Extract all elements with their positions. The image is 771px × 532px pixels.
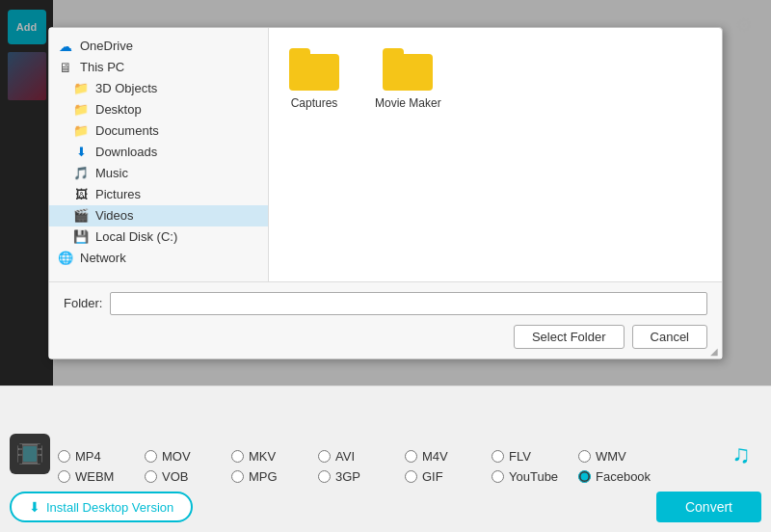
bottom-buttons: ⬇ Install Desktop Version Convert xyxy=(0,492,771,522)
tree-item-local-disk[interactable]: 💾 Local Disk (C:) xyxy=(49,226,268,248)
format-mkv[interactable]: MKV xyxy=(231,449,318,464)
format-flv[interactable]: FLV xyxy=(492,449,578,464)
radio-youtube[interactable] xyxy=(492,470,504,483)
tree-label-music: Music xyxy=(95,166,128,180)
folder-videos-icon: 🎬 xyxy=(72,208,90,224)
radio-gif[interactable] xyxy=(405,470,417,483)
svg-rect-9 xyxy=(23,446,37,462)
video-format-icon xyxy=(10,434,50,474)
radio-facebook[interactable] xyxy=(578,470,591,483)
svg-rect-2 xyxy=(38,444,41,448)
tree-item-music[interactable]: 🎵 Music xyxy=(49,163,268,184)
dialog-footer: Folder: Select Folder Cancel xyxy=(49,281,722,359)
format-mpg[interactable]: MPG xyxy=(231,469,318,484)
format-row-2: WEBM VOB MPG 3GP GIF YouTube Facebook xyxy=(58,469,713,484)
tree-item-3dobjects[interactable]: 📁 3D Objects xyxy=(49,78,268,99)
format-3gp[interactable]: 3GP xyxy=(318,469,405,484)
network-icon: 🌐 xyxy=(57,251,74,266)
format-vob[interactable]: VOB xyxy=(145,469,231,484)
tree-panel: ☁ OneDrive 🖥 This PC 📁 3D Objects 📁 Desk… xyxy=(49,28,269,281)
format-mov[interactable]: MOV xyxy=(145,449,231,464)
format-row-1: MP4 MOV MKV AVI M4V FLV WMV xyxy=(58,449,713,464)
format-facebook[interactable]: Facebook xyxy=(578,469,665,484)
install-btn-label: Install Desktop Version xyxy=(46,500,173,515)
tree-label-downloads: Downloads xyxy=(95,145,157,159)
tree-label-3dobjects: 3D Objects xyxy=(95,81,157,95)
format-wmv[interactable]: WMV xyxy=(578,449,665,464)
folder-documents-icon: 📁 xyxy=(72,123,90,139)
format-avi[interactable]: AVI xyxy=(318,449,405,464)
svg-rect-4 xyxy=(38,450,41,454)
svg-rect-6 xyxy=(38,456,41,460)
folder-music-icon: 🎵 xyxy=(72,166,90,181)
radio-m4v[interactable] xyxy=(405,450,417,463)
resize-handle[interactable]: ◢ xyxy=(710,346,718,357)
folder-captures[interactable]: Captures xyxy=(283,42,345,116)
folder-desktop-icon: 📁 xyxy=(72,102,90,118)
settings-icon[interactable]: ⚙ xyxy=(729,10,759,40)
format-gif[interactable]: GIF xyxy=(405,469,492,484)
download-icon: ⬇ xyxy=(29,499,40,515)
cancel-button[interactable]: Cancel xyxy=(632,325,707,349)
folder-path-input[interactable] xyxy=(110,292,707,315)
dialog-overlay: ☁ OneDrive 🖥 This PC 📁 3D Objects 📁 Desk… xyxy=(0,0,771,386)
folder-movie-maker-icon xyxy=(383,48,433,91)
tree-label-documents: Documents xyxy=(95,123,159,138)
tree-item-pictures[interactable]: 🖼 Pictures xyxy=(49,184,268,205)
radio-webm[interactable] xyxy=(58,470,70,483)
tree-label-network: Network xyxy=(80,251,126,265)
convert-button[interactable]: Convert xyxy=(656,492,761,522)
tree-item-downloads[interactable]: ⬇ Downloads xyxy=(49,142,268,163)
folder-select-dialog: ☁ OneDrive 🖥 This PC 📁 3D Objects 📁 Desk… xyxy=(48,27,723,359)
cloud-icon: ☁ xyxy=(57,39,74,54)
tree-item-this-pc[interactable]: 🖥 This PC xyxy=(49,57,268,78)
radio-mkv[interactable] xyxy=(231,450,244,463)
radio-mp4[interactable] xyxy=(58,450,70,463)
svg-rect-3 xyxy=(18,450,22,454)
radio-mov[interactable] xyxy=(145,450,157,463)
files-panel: Captures Movie Maker xyxy=(269,28,722,281)
format-mp4[interactable]: MP4 xyxy=(58,449,145,464)
radio-mpg[interactable] xyxy=(231,470,244,483)
tree-item-desktop[interactable]: 📁 Desktop xyxy=(49,99,268,120)
format-webm[interactable]: WEBM xyxy=(58,469,145,484)
drive-icon: 💾 xyxy=(72,229,90,245)
radio-avi[interactable] xyxy=(318,450,331,463)
svg-rect-8 xyxy=(38,460,41,464)
dialog-buttons: Select Folder Cancel xyxy=(64,325,707,349)
tree-item-documents[interactable]: 📁 Documents xyxy=(49,120,268,142)
tree-label-this-pc: This PC xyxy=(80,60,124,74)
folder-input-row: Folder: xyxy=(64,292,707,315)
tree-label-local-disk: Local Disk (C:) xyxy=(95,229,177,244)
select-folder-button[interactable]: Select Folder xyxy=(514,325,625,349)
tree-label-pictures: Pictures xyxy=(95,187,141,201)
tree-item-videos[interactable]: 🎬 Videos xyxy=(49,205,268,226)
music-note-symbol: ♫ xyxy=(731,439,751,469)
format-m4v[interactable]: M4V xyxy=(405,449,492,464)
folder-captures-icon xyxy=(289,48,339,91)
folder-label-text: Folder: xyxy=(64,296,102,310)
install-desktop-button[interactable]: ⬇ Install Desktop Version xyxy=(10,492,193,522)
monitor-icon: 🖥 xyxy=(57,60,74,75)
svg-rect-5 xyxy=(18,456,22,460)
tree-label-onedrive: OneDrive xyxy=(80,39,133,53)
film-svg xyxy=(16,440,43,467)
folder-captures-label: Captures xyxy=(291,96,338,110)
radio-3gp[interactable] xyxy=(318,470,331,483)
svg-rect-7 xyxy=(18,460,22,464)
folder-downloads-icon: ⬇ xyxy=(72,145,90,160)
dialog-body: ☁ OneDrive 🖥 This PC 📁 3D Objects 📁 Desk… xyxy=(49,28,722,281)
audio-format-icon: ♫ xyxy=(721,434,761,474)
tree-item-onedrive[interactable]: ☁ OneDrive xyxy=(49,36,268,57)
tree-item-network[interactable]: 🌐 Network xyxy=(49,248,268,269)
folder-movie-maker[interactable]: Movie Maker xyxy=(369,42,447,116)
radio-vob[interactable] xyxy=(145,470,157,483)
format-options-area: MP4 MOV MKV AVI M4V FLV WMV W xyxy=(58,449,713,484)
tree-label-desktop: Desktop xyxy=(95,102,142,117)
app-bottom-bar: MP4 MOV MKV AVI M4V FLV WMV W xyxy=(0,386,771,532)
radio-wmv[interactable] xyxy=(578,450,591,463)
folder-3d-icon: 📁 xyxy=(72,81,90,96)
tree-label-videos: Videos xyxy=(95,208,134,223)
format-youtube[interactable]: YouTube xyxy=(492,469,578,484)
radio-flv[interactable] xyxy=(492,450,504,463)
